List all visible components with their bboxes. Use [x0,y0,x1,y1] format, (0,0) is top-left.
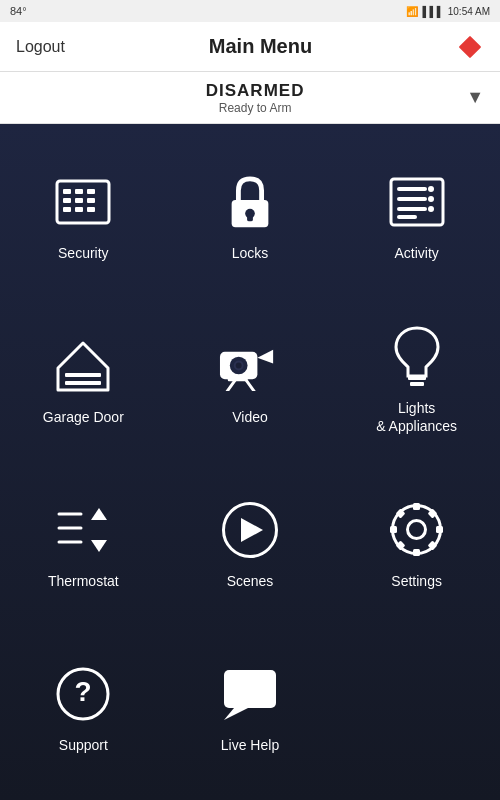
grid-row-2: Garage Door [0,298,500,462]
temperature: 84° [10,5,27,17]
svg-point-40 [408,521,426,539]
svg-rect-41 [413,503,420,510]
locks-label: Locks [232,244,269,262]
thermostat-label: Thermostat [48,572,119,590]
garage-door-item[interactable]: Garage Door [13,324,153,436]
video-icon [218,334,282,398]
lights-item[interactable]: Lights & Appliances [347,315,487,445]
svg-rect-13 [247,214,253,222]
grid-row-1: Security Locks [0,134,500,298]
svg-rect-7 [87,198,95,203]
svg-rect-8 [63,207,71,212]
svg-point-19 [428,186,434,192]
settings-label: Settings [391,572,442,590]
disarmed-bar[interactable]: DISARMED Ready to Arm ▼ [0,72,500,124]
svg-rect-24 [65,389,101,390]
settings-icon [385,498,449,562]
activity-icon [385,170,449,234]
thermostat-item[interactable]: Thermostat [13,488,153,600]
disarmed-status-block: DISARMED Ready to Arm [44,81,466,115]
support-icon: ? [51,662,115,726]
svg-rect-51 [224,670,276,708]
scenes-play-icon [241,518,263,542]
svg-rect-6 [75,198,83,203]
svg-rect-9 [75,207,83,212]
video-item[interactable]: Video [180,324,320,436]
svg-marker-52 [224,708,248,720]
arm-status: DISARMED [44,81,466,101]
svg-rect-5 [63,198,71,203]
lights-label: Lights & Appliances [376,399,457,435]
garage-door-label: Garage Door [43,408,124,426]
status-bar: 84° 📶 ▌▌▌ 10:54 AM [0,0,500,22]
svg-rect-23 [65,381,101,385]
security-icon [51,170,115,234]
grid-row-4: ? Support Live Help [0,626,500,790]
svg-rect-17 [397,207,427,211]
svg-text:?: ? [75,676,92,707]
svg-point-21 [428,206,434,212]
support-item[interactable]: ? Support [13,652,153,764]
scenes-circle [222,502,278,558]
support-label: Support [59,736,108,754]
svg-rect-2 [63,189,71,194]
scenes-item[interactable]: Scenes [180,488,320,600]
grid-row-3: Thermostat Scenes [0,462,500,626]
lights-icon [385,325,449,389]
settings-item[interactable]: Settings [347,488,487,600]
video-label: Video [232,408,268,426]
locks-icon [218,170,282,234]
svg-rect-4 [87,189,95,194]
svg-point-28 [236,362,242,368]
thermostat-icon [51,498,115,562]
svg-rect-18 [397,215,417,219]
svg-rect-15 [397,187,427,191]
svg-rect-32 [408,376,426,380]
live-help-item[interactable]: Live Help [180,652,320,764]
status-right: 📶 ▌▌▌ 10:54 AM [406,6,490,17]
security-item[interactable]: Security [13,160,153,272]
svg-rect-42 [413,549,420,556]
time-display: 10:54 AM [448,6,490,17]
activity-item[interactable]: Activity [347,160,487,272]
logout-button[interactable]: Logout [16,38,65,56]
wifi-icon: 📶 [406,6,418,17]
svg-rect-0 [459,35,482,58]
locks-item[interactable]: Locks [180,160,320,272]
svg-marker-37 [91,508,107,520]
svg-rect-43 [390,526,397,533]
svg-rect-44 [436,526,443,533]
live-help-label: Live Help [221,736,279,754]
svg-rect-33 [410,382,424,386]
page-title: Main Menu [209,35,312,58]
main-grid: Security Locks [0,124,500,800]
disarmed-chevron-icon[interactable]: ▼ [466,87,484,108]
scenes-icon [218,498,282,562]
diamond-icon[interactable] [456,33,484,61]
header: Logout Main Menu [0,22,500,72]
arm-substatus: Ready to Arm [44,101,466,115]
svg-rect-3 [75,189,83,194]
svg-rect-22 [65,373,101,377]
svg-rect-16 [397,197,427,201]
live-help-icon [218,662,282,726]
svg-point-20 [428,196,434,202]
activity-label: Activity [394,244,438,262]
svg-rect-10 [87,207,95,212]
security-label: Security [58,244,109,262]
signal-icon: ▌▌▌ [422,6,443,17]
garage-icon [51,334,115,398]
scenes-label: Scenes [227,572,274,590]
svg-rect-31 [228,378,248,381]
svg-marker-38 [91,540,107,552]
